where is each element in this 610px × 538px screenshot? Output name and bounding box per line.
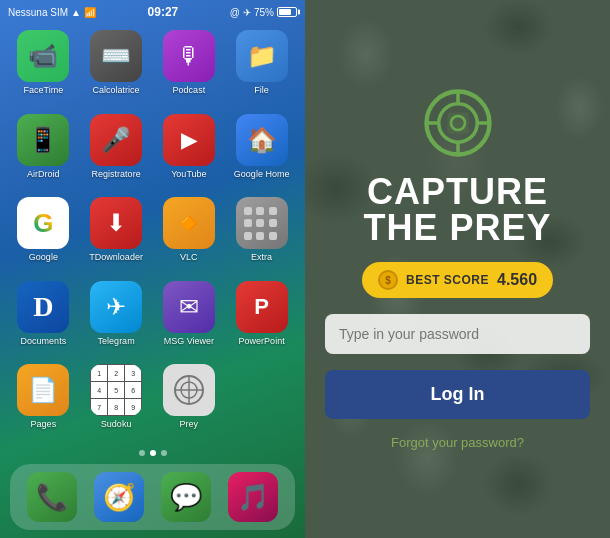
svg-rect-11 — [447, 113, 468, 134]
calc-label: Calcolatrice — [93, 85, 140, 96]
game-screen: CAPTURE THE PREY $ BEST SCORE 4.560 Log … — [305, 0, 610, 538]
app-prey[interactable]: Prey — [156, 364, 223, 442]
calc-icon[interactable]: ⌨️ — [90, 30, 142, 82]
battery-fill — [279, 9, 291, 15]
game-title-line2: THE PREY — [363, 210, 551, 246]
app-pages[interactable]: 📄 Pages — [10, 364, 77, 442]
podcast-label: Podcast — [173, 85, 206, 96]
files-label: File — [254, 85, 269, 96]
registratore-label: Registratore — [92, 169, 141, 180]
wifi-icon: 📶 — [84, 7, 96, 18]
battery-text: 75% — [254, 7, 274, 18]
password-input[interactable] — [325, 314, 590, 354]
dot-1 — [139, 450, 145, 456]
vlc-label: VLC — [180, 252, 198, 263]
page-dots — [0, 450, 305, 460]
app-podcast[interactable]: 🎙 Podcast — [156, 30, 223, 108]
ghome-label: Google Home — [234, 169, 290, 180]
status-bar: Nessuna SIM ▲ 📶 09:27 @ ✈ 75% — [0, 0, 305, 22]
google-g-letter: G — [33, 208, 53, 239]
google-label: Google — [29, 252, 58, 263]
app-calc[interactable]: ⌨️ Calcolatrice — [83, 30, 150, 108]
ios-home-screen: Nessuna SIM ▲ 📶 09:27 @ ✈ 75% 📹 FaceTime… — [0, 0, 305, 538]
pages-label: Pages — [31, 419, 57, 430]
safari-icon[interactable]: 🧭 — [94, 472, 144, 522]
location-icon: @ — [230, 7, 240, 18]
telegram-label: Telegram — [98, 336, 135, 347]
app-files[interactable]: 📁 File — [228, 30, 295, 108]
app-tdownloader[interactable]: ⬇ TDownloader — [83, 197, 150, 275]
app-extra[interactable]: Extra — [228, 197, 295, 275]
dock-phone[interactable]: 📞 — [27, 472, 77, 522]
extra-icon[interactable] — [236, 197, 288, 249]
game-title: CAPTURE THE PREY — [363, 174, 551, 246]
pages-icon[interactable]: 📄 — [17, 364, 69, 416]
app-telegram[interactable]: ✈ Telegram — [83, 281, 150, 359]
best-score-badge: $ BEST SCORE 4.560 — [362, 262, 553, 298]
app-sudoku[interactable]: 123 456 789 Sudoku — [83, 364, 150, 442]
msgviewer-icon[interactable]: ✉ — [163, 281, 215, 333]
signal-icon: ▲ — [71, 7, 81, 18]
powerpoint-label: PowerPoint — [239, 336, 285, 347]
best-score-value: 4.560 — [497, 271, 537, 289]
podcast-icon[interactable]: 🎙 — [163, 30, 215, 82]
app-airdroid[interactable]: 📱 AirDroid — [10, 114, 77, 192]
app-registratore[interactable]: 🎤 Registratore — [83, 114, 150, 192]
forgot-password-link[interactable]: Forgot your password? — [391, 435, 524, 450]
dock-safari[interactable]: 🧭 — [94, 472, 144, 522]
tdownloader-label: TDownloader — [89, 252, 143, 263]
app-powerpoint[interactable]: P PowerPoint — [228, 281, 295, 359]
status-carrier: Nessuna SIM ▲ 📶 — [8, 7, 96, 18]
game-title-line1: CAPTURE — [363, 174, 551, 210]
youtube-icon[interactable]: ▶ — [163, 114, 215, 166]
facetime-icon[interactable]: 📹 — [17, 30, 69, 82]
powerpoint-icon[interactable]: P — [236, 281, 288, 333]
ios-dock: 📞 🧭 💬 🎵 — [10, 464, 295, 530]
app-youtube[interactable]: ▶ YouTube — [156, 114, 223, 192]
registratore-icon[interactable]: 🎤 — [90, 114, 142, 166]
music-icon[interactable]: 🎵 — [228, 472, 278, 522]
target-crosshair-icon — [423, 88, 493, 158]
google-icon[interactable]: G — [17, 197, 69, 249]
battery-icon — [277, 7, 297, 17]
phone-icon[interactable]: 📞 — [27, 472, 77, 522]
score-coin-icon: $ — [378, 270, 398, 290]
prey-label: Prey — [180, 419, 199, 430]
best-score-label: BEST SCORE — [406, 273, 489, 287]
app-grid: 📹 FaceTime ⌨️ Calcolatrice 🎙 Podcast 📁 F… — [0, 22, 305, 450]
ghome-icon[interactable]: 🏠 — [236, 114, 288, 166]
game-content: CAPTURE THE PREY $ BEST SCORE 4.560 Log … — [305, 88, 610, 450]
youtube-label: YouTube — [171, 169, 206, 180]
status-battery-area: @ ✈ 75% — [230, 7, 297, 18]
telegram-icon[interactable]: ✈ — [90, 281, 142, 333]
facetime-label: FaceTime — [24, 85, 64, 96]
carrier-text: Nessuna SIM — [8, 7, 68, 18]
vlc-icon[interactable]: 🔶 — [163, 197, 215, 249]
app-msgviewer[interactable]: ✉ MSG Viewer — [156, 281, 223, 359]
dot-3 — [161, 450, 167, 456]
files-icon[interactable]: 📁 — [236, 30, 288, 82]
dock-music[interactable]: 🎵 — [228, 472, 278, 522]
login-button[interactable]: Log In — [325, 370, 590, 419]
app-vlc[interactable]: 🔶 VLC — [156, 197, 223, 275]
tdownloader-icon[interactable]: ⬇ — [90, 197, 142, 249]
messages-icon[interactable]: 💬 — [161, 472, 211, 522]
documents-icon[interactable]: D — [17, 281, 69, 333]
prey-icon[interactable] — [163, 364, 215, 416]
dot-2 — [150, 450, 156, 456]
app-facetime[interactable]: 📹 FaceTime — [10, 30, 77, 108]
sudoku-icon[interactable]: 123 456 789 — [90, 364, 142, 416]
status-time: 09:27 — [148, 5, 179, 19]
airdroid-label: AirDroid — [27, 169, 60, 180]
msgviewer-label: MSG Viewer — [164, 336, 214, 347]
app-documents[interactable]: D Documents — [10, 281, 77, 359]
airdroid-icon[interactable]: 📱 — [17, 114, 69, 166]
dock-messages[interactable]: 💬 — [161, 472, 211, 522]
sudoku-label: Sudoku — [101, 419, 132, 430]
app-google[interactable]: G Google — [10, 197, 77, 275]
app-ghome[interactable]: 🏠 Google Home — [228, 114, 295, 192]
extra-label: Extra — [251, 252, 272, 263]
documents-label: Documents — [21, 336, 67, 347]
airplane-icon: ✈ — [243, 7, 251, 18]
